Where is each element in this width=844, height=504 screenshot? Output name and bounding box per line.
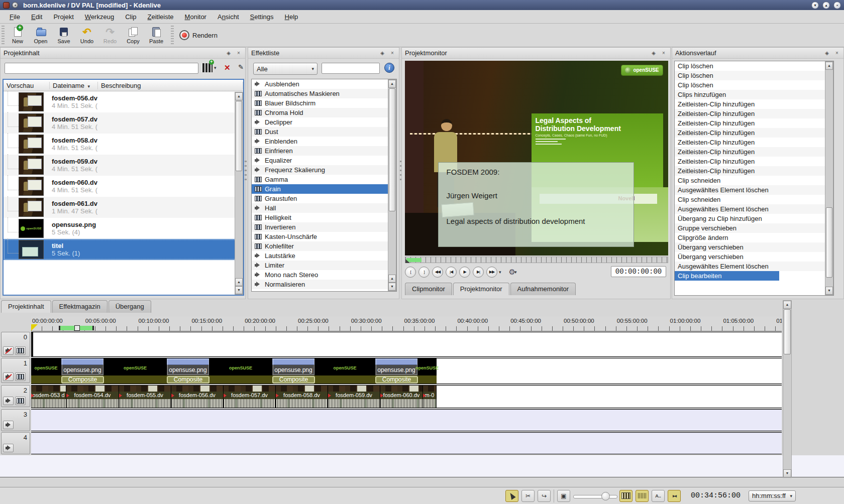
timeline-clip[interactable]: openSUSE	[315, 358, 375, 375]
timeline-clip[interactable]: fosdem-054.dv	[66, 386, 119, 408]
monitor-tab[interactable]: Clipmonitor	[405, 283, 452, 295]
effect-item[interactable]: Ausblenden	[252, 79, 396, 89]
history-item[interactable]: Zeitleisten-Clip hinzufügen	[675, 166, 833, 176]
titel[interactable]: titel 5 Sek. (1)	[4, 239, 243, 260]
mute-track-button[interactable]	[3, 444, 14, 452]
effect-item[interactable]: Kasten-Unschärfe	[252, 232, 396, 241]
composite-transition[interactable]: Composite	[375, 376, 418, 384]
toolbar-button[interactable]: Paste	[145, 24, 168, 46]
history-scrollbar[interactable]: ▲ ▼	[825, 61, 833, 295]
zoom-slider[interactable]	[573, 490, 616, 502]
timeline-clip[interactable]: fosdem-059.dv	[328, 386, 380, 408]
mute-track-button[interactable]	[3, 346, 14, 355]
monitor-settings-button[interactable]: ⚙▾	[509, 268, 517, 277]
render-button[interactable]: Rendern	[175, 24, 222, 46]
frame-back-button[interactable]: |◀	[446, 267, 457, 278]
float-panel-icon[interactable]: ◈	[379, 50, 386, 56]
sticky-icon[interactable]	[12, 2, 18, 8]
toolbar-button[interactable]: ↶ Undo	[75, 24, 98, 46]
pointer-tool-button[interactable]	[505, 490, 518, 502]
timeline-clip[interactable]: opensuse.png	[272, 358, 315, 375]
scroll-up-icon[interactable]: ▲	[825, 62, 833, 70]
history-item[interactable]: Clip löschen	[675, 80, 833, 90]
column-beschreibung[interactable]: Beschreibung	[98, 82, 243, 89]
column-vorschau[interactable]: Vorschau	[4, 82, 50, 89]
effect-item[interactable]: Frequenz Skalierung	[252, 165, 396, 175]
timeline-vscrollbar[interactable]: ▲ ▼	[783, 300, 792, 478]
scroll-up-icon[interactable]: ▲	[235, 92, 243, 100]
timeline-clip[interactable]: fosdem-055.dv	[119, 386, 171, 408]
history-item[interactable]: Ausgewähltes Element löschen	[675, 262, 833, 271]
monitor-playhead[interactable]	[405, 259, 410, 263]
effect-item[interactable]: Invertieren	[252, 222, 396, 232]
effect-item[interactable]: Chroma Hold	[252, 108, 396, 117]
history-item[interactable]: Clip schneiden	[675, 176, 833, 185]
history-item[interactable]: Zeitleisten-Clip hinzufügen	[675, 157, 833, 166]
project-scrollbar[interactable]: ▲ ▲ ▼	[235, 92, 243, 295]
history-item[interactable]: Clipgröße ändern	[675, 233, 833, 242]
composite-transition[interactable]: Composite	[61, 376, 104, 384]
history-item[interactable]: Gruppe verschieben	[675, 223, 833, 233]
effect-item[interactable]: Limiter	[252, 261, 396, 270]
effect-item[interactable]: Graustufen	[252, 194, 396, 203]
info-icon[interactable]: i	[384, 63, 394, 73]
timeline-clip[interactable]: opensuse.png	[375, 358, 418, 375]
close-panel-icon[interactable]: ×	[833, 50, 840, 56]
track-1[interactable]: openSUSE opensuse.png openSUSE	[31, 358, 782, 384]
dock-tab[interactable]: Projektinhalt	[1, 300, 51, 313]
monitor-zone-bar[interactable]	[405, 257, 668, 263]
history-item[interactable]: Zeitleisten-Clip hinzufügen	[675, 109, 833, 118]
composite-transition[interactable]: Composite	[272, 376, 315, 384]
fosdem-056.dv[interactable]: fosdem-056.dv 4 Min. 51 Sek. (	[4, 91, 243, 112]
monitor-timecode[interactable]: 00:00:00:00	[611, 266, 666, 277]
timeline-clip[interactable]: openSUSE	[209, 358, 272, 375]
show-audio-thumbnails-button[interactable]	[636, 490, 649, 502]
menu-item[interactable]: Clip	[120, 11, 142, 23]
history-item[interactable]: Clip löschen	[675, 61, 833, 71]
history-item[interactable]: Ausgewähltes Element löschen	[675, 204, 833, 214]
dock-tab[interactable]: Übergang	[109, 300, 151, 313]
timeline-playhead[interactable]	[31, 324, 38, 331]
effect-item[interactable]: Blauer Bildschirm	[252, 98, 396, 108]
monitor-tab[interactable]: Aufnahmemonitor	[510, 283, 576, 295]
close-panel-icon[interactable]: ×	[660, 50, 667, 56]
menu-item[interactable]: Ansicht	[212, 11, 245, 23]
menu-item[interactable]: Monitor	[179, 11, 212, 23]
snap-button[interactable]: ▸◂	[668, 490, 681, 502]
timeline-clip[interactable]: m-0	[423, 386, 437, 408]
timeline-clip[interactable]: openSUSE	[104, 358, 167, 375]
history-item[interactable]: Übergang zu Clip hinzufügen	[675, 214, 833, 223]
shade-button[interactable]: ▾	[811, 2, 819, 9]
scroll-down-icon[interactable]: ▼	[235, 286, 243, 294]
timeline-clip[interactable]: opensuse.png	[167, 358, 209, 375]
fast-forward-button[interactable]: ▶▶	[486, 267, 497, 278]
spacer-tool-button[interactable]: ↪	[538, 490, 551, 502]
rewind-button[interactable]: ◀◀	[432, 267, 443, 278]
dock-tab[interactable]: Effektmagazin	[52, 300, 108, 313]
toolbar-button[interactable]: ↷ Redo	[98, 24, 122, 46]
track-0[interactable]	[31, 332, 782, 357]
effect-item[interactable]: Helligkeit	[252, 213, 396, 222]
float-panel-icon[interactable]: ◈	[225, 50, 232, 56]
zone-start-button[interactable]: [	[405, 267, 416, 278]
timeline-clip[interactable]: fosdem-056.dv	[171, 386, 224, 408]
float-panel-icon[interactable]: ◈	[650, 50, 657, 56]
scrollbar-thumb[interactable]	[826, 207, 832, 278]
fosdem-058.dv[interactable]: fosdem-058.dv 4 Min. 51 Sek. (	[4, 134, 243, 155]
scroll-down-icon[interactable]: ▼	[783, 469, 791, 477]
toolbar-button[interactable]: New	[6, 24, 29, 46]
timeline-clip[interactable]: fosdem-060.dv	[380, 386, 423, 408]
history-item[interactable]: Zeitleisten-Clip hinzufügen	[675, 138, 833, 147]
show-video-thumbnails-button[interactable]	[619, 490, 632, 502]
history-item[interactable]: Clip löschen	[675, 71, 833, 80]
menu-item[interactable]: Zeitleiste	[142, 11, 179, 23]
toolbar-handle[interactable]	[2, 26, 5, 45]
effect-item[interactable]: Lautstärke	[252, 251, 396, 261]
fosdem-059.dv[interactable]: fosdem-059.dv 4 Min. 51 Sek. (	[4, 155, 243, 176]
effect-item[interactable]: Einfrieren	[252, 146, 396, 156]
close-button[interactable]: ×	[833, 2, 841, 9]
timeline-ruler[interactable]: 00:00:00:0000:05:00:0000:10:00:0000:15:0…	[31, 316, 782, 331]
fosdem-061.dv[interactable]: fosdem-061.dv 1 Min. 47 Sek. (	[4, 197, 243, 218]
effect-item[interactable]: Grain	[252, 184, 396, 194]
history-item[interactable]: Zeitleisten-Clip hinzufügen	[675, 147, 833, 157]
